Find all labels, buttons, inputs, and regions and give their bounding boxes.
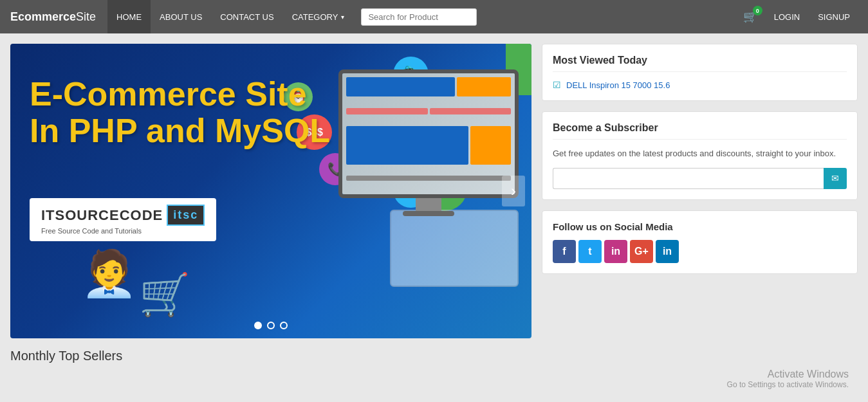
brand-logo[interactable]: EcommerceSite <box>10 10 96 24</box>
social-title: Follow us on Social Media <box>553 221 847 232</box>
shopping-cart-graphic: 🛒 <box>139 271 190 319</box>
carousel-headline: E-Commerce Site In PHP and MySQL <box>30 76 338 149</box>
facebook-icon[interactable]: f <box>553 240 576 263</box>
most-viewed-card: Most Viewed Today ☑ DELL Inspiron 15 700… <box>542 44 858 101</box>
chevron-down-icon: ▾ <box>341 14 344 21</box>
subscriber-email-input[interactable] <box>553 168 824 189</box>
carousel-logo: ITSOURCECODE itsc Free Source Code and T… <box>30 198 216 241</box>
activation-watermark: Activate Windows Go to Settings to activ… <box>727 369 849 389</box>
nav-about[interactable]: ABOUT US <box>151 0 211 33</box>
monitor-graphic <box>338 69 519 216</box>
carousel-dot-1[interactable] <box>254 322 262 329</box>
linkedin-icon[interactable]: in <box>656 240 679 263</box>
social-icons: f t in G+ in <box>553 240 847 263</box>
carousel-container: E-Commerce Site In PHP and MySQL ITSOURC… <box>10 44 531 338</box>
main-content: E-Commerce Site In PHP and MySQL ITSOURC… <box>0 33 868 349</box>
carousel-dot-3[interactable] <box>280 322 288 329</box>
logo-subtitle: Free Source Code and Tutorials <box>41 227 205 235</box>
googleplus-icon[interactable]: G+ <box>630 240 653 263</box>
brand-normal: Site <box>76 10 96 23</box>
activation-subtitle: Go to Settings to activate Windows. <box>727 380 849 389</box>
cart-badge: 0 <box>753 6 762 15</box>
check-icon: ☑ <box>553 80 561 90</box>
device-graphic <box>390 210 519 287</box>
search-input[interactable] <box>361 8 477 26</box>
nav-right: 🛒 0 LOGIN SIGNUP <box>737 0 858 33</box>
nav-category[interactable]: CATEGORY ▾ <box>283 0 354 33</box>
nav-home[interactable]: HOME <box>107 0 151 33</box>
subscriber-submit-button[interactable]: ✉ <box>824 168 847 189</box>
monitor-screen <box>338 69 519 198</box>
activation-title: Activate Windows <box>727 369 849 380</box>
carousel-slide: E-Commerce Site In PHP and MySQL ITSOURC… <box>10 44 531 338</box>
most-viewed-item-label: DELL Inspiron 15 7000 15.6 <box>566 80 670 90</box>
character-figure: 🧑‍💼 <box>81 247 137 300</box>
subscriber-title: Become a Subscriber <box>553 122 847 140</box>
most-viewed-title: Most Viewed Today <box>553 55 847 72</box>
cart-button[interactable]: 🛒 0 <box>737 6 764 28</box>
navbar: EcommerceSite HOME ABOUT US CONTACT US C… <box>0 0 868 33</box>
monitor-base <box>403 211 454 216</box>
brand-bold: Ecommerce <box>10 10 76 23</box>
social-card: Follow us on Social Media f t in G+ in <box>542 210 858 274</box>
monitor-stand <box>416 198 441 211</box>
instagram-icon[interactable]: in <box>604 240 627 263</box>
nav-links: HOME ABOUT US CONTACT US CATEGORY ▾ <box>107 0 737 33</box>
monitor-screen-content <box>342 73 515 194</box>
nav-signup[interactable]: SIGNUP <box>810 0 858 33</box>
nav-contact[interactable]: CONTACT US <box>211 0 282 33</box>
monthly-top-sellers-title: Monthly Top Sellers <box>10 349 858 363</box>
logo-itsc-text: ITSOURCECODE <box>41 207 163 224</box>
subscriber-card: Become a Subscriber Get free updates on … <box>542 111 858 200</box>
logo-box: itsc <box>167 205 205 226</box>
carousel-dots <box>254 322 288 329</box>
twitter-icon[interactable]: t <box>578 240 602 263</box>
sidebar: Most Viewed Today ☑ DELL Inspiron 15 700… <box>542 44 858 274</box>
subscriber-form: ✉ <box>553 168 847 189</box>
nav-login[interactable]: LOGIN <box>766 0 808 33</box>
carousel-next-button[interactable]: › <box>502 176 525 206</box>
carousel-text-area: E-Commerce Site In PHP and MySQL <box>30 76 338 149</box>
most-viewed-item[interactable]: ☑ DELL Inspiron 15 7000 15.6 <box>553 80 847 90</box>
carousel-dot-2[interactable] <box>267 322 275 329</box>
subscriber-text: Get free updates on the latest products … <box>553 147 847 160</box>
